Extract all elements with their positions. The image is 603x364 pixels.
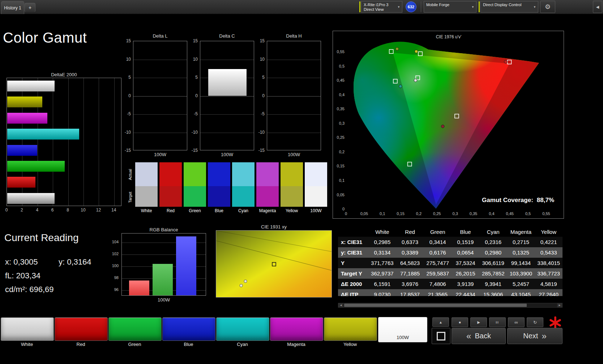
patch-button-red[interactable] xyxy=(55,317,108,341)
reading-cd-label: cd/m²: xyxy=(5,285,27,294)
swatch-target-magenta xyxy=(256,186,279,207)
y-tick-label: 0,05 xyxy=(334,193,345,197)
table-cell: 0,3389 xyxy=(396,249,424,256)
meter-accent-bar xyxy=(359,1,360,12)
y-tick-label: 0,55 xyxy=(334,50,345,54)
arrow-up-icon: ▲ xyxy=(439,320,442,324)
stop-icon: ■ xyxy=(459,321,461,324)
chevron-down-icon: ▼ xyxy=(471,5,474,9)
next-label: Next xyxy=(523,332,538,340)
patch-button-blue[interactable] xyxy=(162,317,215,341)
scroll-right-button[interactable]: ► xyxy=(557,303,562,307)
delta-h-title: Delta H xyxy=(267,33,321,39)
table-header-cell: Green xyxy=(424,229,452,235)
stop-button[interactable]: ■ xyxy=(452,317,468,327)
y-tick-label: 0,15 xyxy=(334,164,345,168)
source-name: Mobile Forge xyxy=(426,3,471,7)
back-button[interactable]: « Back xyxy=(452,328,506,344)
patch-button-white[interactable] xyxy=(1,317,54,341)
source-dropdown[interactable]: Mobile Forge ▼ xyxy=(424,1,476,13)
delta-l-plot xyxy=(133,41,187,150)
rgb-balance-y-axis: 1041021009896 xyxy=(109,233,120,296)
meter-dropdown[interactable]: X-Rite i1Pro 3 Direct View ▼ xyxy=(361,1,402,13)
y-tick-label: -15 xyxy=(255,148,265,153)
table-header-cell: White xyxy=(368,229,396,235)
table-cell: 259,5837 xyxy=(424,270,452,277)
x-tick-label: 14 xyxy=(110,207,117,213)
deltae-bar-100w xyxy=(7,193,55,204)
gridline xyxy=(200,96,254,97)
pattern-window-button[interactable] xyxy=(432,328,450,344)
patch-button-magenta[interactable] xyxy=(270,317,323,341)
y-tick-label: -15 xyxy=(121,148,131,153)
pause-button[interactable]: II xyxy=(489,317,506,327)
gridline xyxy=(200,133,254,133)
y-tick-label: 102 xyxy=(109,252,119,256)
x-tick-label: 0,5 xyxy=(522,211,535,216)
display-control-dropdown[interactable]: Direct Display Control ▼ xyxy=(480,1,538,13)
table-cell: 17,8537 xyxy=(396,291,424,296)
table-header-row: WhiteRedGreenBlueCyanMagentaYellow xyxy=(338,227,563,237)
scrollbar-thumb[interactable] xyxy=(344,304,527,307)
patch-button-green[interactable] xyxy=(108,317,162,341)
play-button[interactable]: ▶ xyxy=(470,317,487,327)
meter-count-badge[interactable]: 632 xyxy=(406,1,416,12)
table-cell: 0,3414 xyxy=(424,239,452,245)
x-tick-label: 0,4 xyxy=(485,211,498,216)
page-title: Color Gamut xyxy=(3,30,87,46)
patch-button-cyan[interactable] xyxy=(216,317,269,341)
y-tick-label: -5 xyxy=(255,111,265,116)
cie1976-diagram xyxy=(346,33,548,210)
deltae-bar-red xyxy=(7,177,35,188)
patch-button-yellow[interactable] xyxy=(324,317,377,341)
measurement-circle-marker xyxy=(395,47,398,50)
swatch-target-green xyxy=(184,186,206,207)
deltae-x-axis: 02468101214 xyxy=(7,207,126,213)
next-button[interactable]: Next » xyxy=(507,328,563,344)
table-cell: 77,1885 xyxy=(396,270,424,277)
table-scrollbar[interactable]: ◄ ► xyxy=(338,303,563,308)
x-tick-label: 0,35 xyxy=(467,211,480,216)
chevrons-right-icon: » xyxy=(542,331,546,341)
y-tick-label: 104 xyxy=(109,240,119,244)
panel-up-button[interactable]: ▲ xyxy=(432,317,449,327)
table-cell: 338,4015 xyxy=(535,260,563,266)
y-tick-label: 96 xyxy=(109,287,119,292)
add-tab-button[interactable]: + xyxy=(25,3,35,12)
swatch-label: Green xyxy=(184,208,206,213)
deltae-bar-yellow xyxy=(7,97,42,107)
pause-icon: II xyxy=(496,321,499,324)
settings-button[interactable]: ⚙ xyxy=(540,1,555,13)
table-row: ΔE ITP9,073017,853721,356522,443415,3606… xyxy=(338,289,563,296)
x-tick-label: 2 xyxy=(18,207,25,213)
scroll-left-button[interactable]: ◄ xyxy=(338,303,343,307)
deltae-bar-magenta xyxy=(7,113,47,124)
measurement-circle-marker xyxy=(399,85,402,88)
tab-history[interactable]: History 1 xyxy=(1,1,24,14)
gamut-coverage: Gamut Coverage:88,7% xyxy=(482,197,554,204)
plus-icon: + xyxy=(29,5,31,10)
scroll-right-icon: ► xyxy=(558,304,561,307)
measurement-circle-marker xyxy=(415,50,418,53)
table-cell: 0,2980 xyxy=(479,249,507,256)
gridline xyxy=(200,60,254,60)
x-tick-label: 10 xyxy=(80,207,87,213)
rgb-bar-green xyxy=(153,264,173,295)
table-cell: 336,7723 xyxy=(535,270,563,277)
table-cell: 3,6976 xyxy=(396,281,424,287)
table-cell: 275,7477 xyxy=(424,260,452,266)
delta-l-x-label: 100W xyxy=(133,152,187,157)
delta-bar xyxy=(208,69,247,96)
table-cell: 64,5823 xyxy=(396,260,424,266)
table-cell: 0,2715 xyxy=(507,239,535,245)
y-tick-label: 0 xyxy=(188,93,198,98)
patch-button-100w[interactable]: 100W xyxy=(378,317,427,342)
continuous-button[interactable]: ∞ xyxy=(508,317,525,327)
table-cell: 26,2015 xyxy=(452,270,479,277)
repeat-button[interactable]: ↻ xyxy=(527,317,543,327)
chevrons-left-icon: « xyxy=(466,331,471,341)
measurement-circle-marker xyxy=(504,60,507,63)
delta-h-plot xyxy=(267,41,321,150)
collapse-panel-button[interactable]: ◀ xyxy=(593,1,602,13)
swatch-label: Blue xyxy=(208,208,230,213)
